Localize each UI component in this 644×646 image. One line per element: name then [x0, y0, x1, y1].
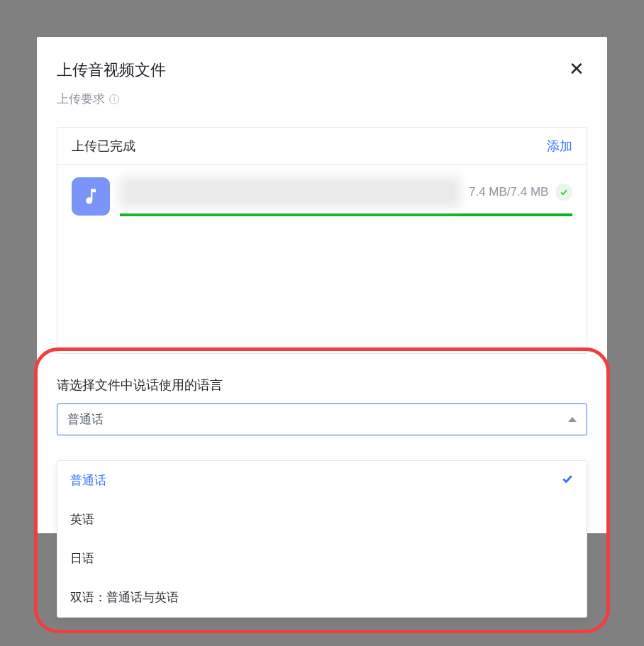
upload-card: 上传已完成 添加 7.4 MB/7.4 MB [57, 127, 587, 354]
language-option-bilingual[interactable]: 双语：普通话与英语 [57, 578, 587, 617]
language-select-value: 普通话 [67, 411, 104, 428]
upload-requirements[interactable]: 上传要求 i [57, 91, 587, 107]
language-option-label: 英语 [70, 511, 94, 528]
upload-status-label: 上传已完成 [72, 138, 135, 155]
music-icon [72, 177, 110, 216]
language-option-label: 双语：普通话与英语 [70, 589, 179, 606]
close-button[interactable]: ✕ [566, 60, 587, 78]
language-dropdown: 普通话 英语 日语 双语：普通话与英语 [57, 460, 587, 618]
check-icon [561, 472, 574, 489]
file-name-redacted [120, 177, 460, 208]
language-option-english[interactable]: 英语 [57, 500, 587, 539]
language-option-japanese[interactable]: 日语 [57, 539, 587, 578]
modal-header: 上传音视频文件 ✕ [57, 60, 587, 81]
file-body: 7.4 MB/7.4 MB [120, 177, 572, 216]
language-option-label: 日语 [70, 550, 94, 567]
upload-card-header: 上传已完成 添加 [57, 128, 587, 165]
upload-modal: 上传音视频文件 ✕ 上传要求 i 上传已完成 添加 7.4 MB/7.4 MB [37, 37, 607, 533]
file-size-label: 7.4 MB/7.4 MB [469, 184, 547, 200]
language-option-label: 普通话 [70, 472, 106, 489]
add-file-button[interactable]: 添加 [547, 138, 572, 155]
language-section: 请选择文件中说话使用的语言 普通话 [57, 377, 587, 435]
language-option-mandarin[interactable]: 普通话 [57, 461, 587, 500]
info-icon: i [109, 94, 119, 104]
modal-title: 上传音视频文件 [57, 60, 166, 81]
success-icon [555, 184, 572, 201]
language-prompt: 请选择文件中说话使用的语言 [57, 377, 587, 394]
upload-requirements-label: 上传要求 [57, 91, 105, 107]
file-row: 7.4 MB/7.4 MB [57, 165, 587, 216]
language-select[interactable]: 普通话 [57, 403, 587, 435]
chevron-up-icon [568, 417, 577, 422]
upload-progress-bar [120, 213, 572, 216]
